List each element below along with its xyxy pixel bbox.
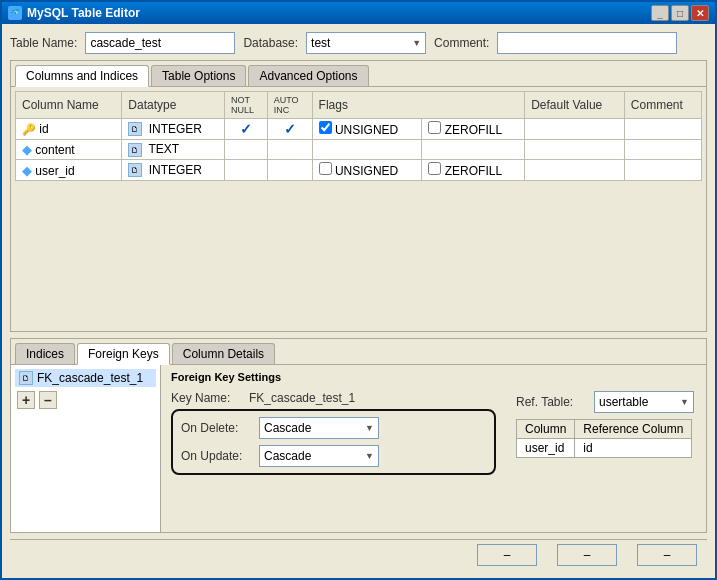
checkbox-unsigned-id[interactable]	[319, 121, 332, 134]
tab-table-options[interactable]: Table Options	[151, 65, 246, 86]
fk-list-icon: 🗋	[19, 371, 33, 385]
columns-table: Column Name Datatype NOTNULL AUTOINC Fla…	[15, 91, 702, 181]
window-content: Table Name: Database: test ▼ Comment: Co…	[2, 24, 715, 578]
fk-ondelete-row: On Delete: Cascade ▼	[181, 417, 486, 439]
fk-onupdate-arrow: ▼	[365, 451, 374, 461]
bottom-section: Indices Foreign Keys Column Details 🗋 FK…	[10, 338, 707, 533]
bottom-buttons-row: – – –	[10, 539, 707, 570]
fk-keyname-row: Key Name: FK_cascade_test_1	[171, 391, 496, 405]
checkbox-zerofill-userid[interactable]	[428, 162, 441, 175]
col-default-userid	[525, 160, 625, 181]
tab-indices[interactable]: Indices	[15, 343, 75, 364]
col-comment-content	[624, 140, 701, 160]
fk-onupdate-value: Cascade	[264, 449, 311, 463]
ref-columns-table: Column Reference Column user_id id	[516, 419, 692, 458]
diamond-icon-userid: ◆	[22, 163, 32, 178]
database-dropdown[interactable]: test ▼	[306, 32, 426, 54]
datatype-icon-userid: 🗋	[128, 163, 142, 177]
close-button[interactable]: ✕	[691, 5, 709, 21]
col-default-content	[525, 140, 625, 160]
fk-onupdate-dropdown[interactable]: Cascade ▼	[259, 445, 379, 467]
fk-ondelete-value: Cascade	[264, 421, 311, 435]
col-datatype-content: 🗋 TEXT	[122, 140, 225, 160]
fk-right-section: Key Name: FK_cascade_test_1 On Delete: C…	[171, 391, 696, 475]
datatype-icon-content: 🗋	[128, 143, 142, 157]
fk-ondelete-dropdown[interactable]: Cascade ▼	[259, 417, 379, 439]
col-autoinc-userid[interactable]	[267, 160, 312, 181]
col-notnull-userid[interactable]	[225, 160, 268, 181]
fk-settings-left: Key Name: FK_cascade_test_1 On Delete: C…	[171, 391, 496, 475]
action-button-3[interactable]: –	[637, 544, 697, 566]
col-notnull-id[interactable]: ✓	[225, 119, 268, 140]
col-comment-userid	[624, 160, 701, 181]
col-flags2-content	[422, 140, 525, 160]
app-icon: 🐬	[8, 6, 22, 20]
cascade-settings-box: On Delete: Cascade ▼ On Update:	[171, 409, 496, 475]
action-button-2[interactable]: –	[557, 544, 617, 566]
main-window: 🐬 MySQL Table Editor _ □ ✕ Table Name: D…	[0, 0, 717, 580]
col-header-comment: Comment	[624, 92, 701, 119]
window-title: MySQL Table Editor	[27, 6, 651, 20]
datatype-icon: 🗋	[128, 122, 142, 136]
tab-advanced-options[interactable]: Advanced Options	[248, 65, 368, 86]
ref-col-header-refcol: Reference Column	[575, 420, 692, 439]
col-flags2-id[interactable]: ZEROFILL	[422, 119, 525, 140]
list-item[interactable]: 🗋 FK_cascade_test_1	[15, 369, 156, 387]
table-row: 🔑 id 🗋 INTEGER ✓ ✓	[16, 119, 702, 140]
table-row: ◆ content 🗋 TEXT	[16, 140, 702, 160]
col-header-autoinc: AUTOINC	[267, 92, 312, 119]
checkbox-zerofill-id[interactable]	[428, 121, 441, 134]
key-icon: 🔑	[22, 123, 36, 135]
col-header-default: Default Value	[525, 92, 625, 119]
add-fk-button[interactable]: +	[17, 391, 35, 409]
col-flags1-userid[interactable]: UNSIGNED	[312, 160, 422, 181]
check-autoinc-id: ✓	[284, 121, 296, 137]
main-tab-container: Columns and Indices Table Options Advanc…	[10, 60, 707, 332]
col-datatype-userid: 🗋 INTEGER	[122, 160, 225, 181]
table-row: ◆ user_id 🗋 INTEGER UNSIGNED	[16, 160, 702, 181]
checkbox-unsigned-userid[interactable]	[319, 162, 332, 175]
fk-reftable-dropdown[interactable]: usertable ▼	[594, 391, 694, 413]
comment-input[interactable]	[497, 32, 677, 54]
ref-col-column-value: user_id	[517, 439, 575, 458]
col-header-datatype: Datatype	[122, 92, 225, 119]
col-header-notnull: NOTNULL	[225, 92, 268, 119]
check-notnull-id: ✓	[240, 121, 252, 137]
col-datatype-id: 🗋 INTEGER	[122, 119, 225, 140]
remove-fk-button[interactable]: –	[39, 391, 57, 409]
title-bar: 🐬 MySQL Table Editor _ □ ✕	[2, 2, 715, 24]
col-name-userid: ◆ user_id	[16, 160, 122, 181]
fk-reftable-label: Ref. Table:	[516, 395, 586, 409]
window-controls: _ □ ✕	[651, 5, 709, 21]
database-label: Database:	[243, 36, 298, 50]
col-autoinc-id[interactable]: ✓	[267, 119, 312, 140]
col-flags1-content	[312, 140, 422, 160]
fk-settings-title: Foreign Key Settings	[171, 371, 696, 383]
fk-list-label: FK_cascade_test_1	[37, 371, 143, 385]
col-notnull-content[interactable]	[225, 140, 268, 160]
fk-onupdate-row: On Update: Cascade ▼	[181, 445, 486, 467]
diamond-icon: ◆	[22, 142, 32, 157]
bottom-content: 🗋 FK_cascade_test_1 + – Foreign Key Sett…	[11, 365, 706, 532]
tab-foreign-keys[interactable]: Foreign Keys	[77, 343, 170, 365]
fk-keyname-label: Key Name:	[171, 391, 241, 405]
fk-settings-panel: Foreign Key Settings Key Name: FK_cascad…	[161, 365, 706, 532]
col-name-id: 🔑 id	[16, 119, 122, 140]
fk-keyname-value: FK_cascade_test_1	[249, 391, 355, 405]
minimize-button[interactable]: _	[651, 5, 669, 21]
col-header-name: Column Name	[16, 92, 122, 119]
col-comment-id	[624, 119, 701, 140]
tab-columns-indices[interactable]: Columns and Indices	[15, 65, 149, 87]
action-button-1[interactable]: –	[477, 544, 537, 566]
table-name-input[interactable]	[85, 32, 235, 54]
col-flags2-userid[interactable]: ZEROFILL	[422, 160, 525, 181]
tab-column-details[interactable]: Column Details	[172, 343, 275, 364]
header-row: Table Name: Database: test ▼ Comment:	[10, 32, 707, 54]
col-autoinc-content[interactable]	[267, 140, 312, 160]
bottom-tabs: Indices Foreign Keys Column Details	[11, 339, 706, 365]
col-flags1-id[interactable]: UNSIGNED	[312, 119, 422, 140]
fk-reftable-value: usertable	[599, 395, 648, 409]
database-dropdown-arrow: ▼	[412, 38, 421, 48]
maximize-button[interactable]: □	[671, 5, 689, 21]
fk-settings-right: Ref. Table: usertable ▼ Column	[516, 391, 696, 475]
